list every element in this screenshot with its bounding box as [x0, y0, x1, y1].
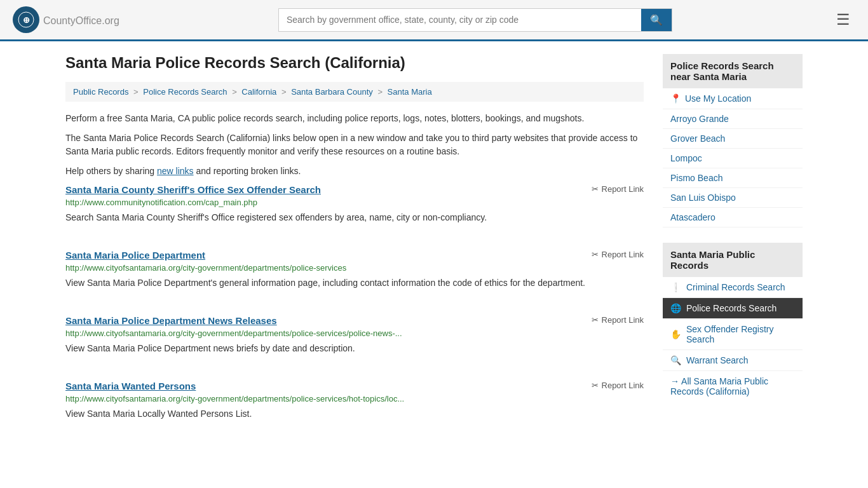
- nearby-link[interactable]: Pismo Beach: [663, 168, 803, 188]
- search-icon: 🔍: [670, 355, 681, 365]
- breadcrumb-public-records[interactable]: Public Records: [73, 87, 128, 97]
- globe-icon: 🌐: [670, 303, 681, 313]
- hand-icon: ✋: [670, 329, 681, 339]
- breadcrumb-santa-maria[interactable]: Santa Maria: [388, 87, 432, 97]
- hamburger-menu[interactable]: ☰: [831, 8, 855, 31]
- nearby-link[interactable]: Lompoc: [663, 149, 803, 168]
- logo[interactable]: ⊕ CountyOffice.org: [13, 6, 119, 33]
- result-item: Santa Maria Police Department ✂ Report L…: [65, 250, 644, 300]
- result-description: View Santa Maria Locally Wanted Persons …: [65, 407, 644, 421]
- result-url[interactable]: http://www.communitynotification.com/cap…: [65, 198, 644, 207]
- result-item: Santa Maria Wanted Persons ✂ Report Link…: [65, 381, 644, 431]
- sidebar-item-sex-offender[interactable]: ✋ Sex Offender Registry Search: [663, 319, 803, 350]
- description-3: Help others by sharing new links and rep…: [65, 165, 644, 178]
- result-item: Santa Maria County Sheriff's Office Sex …: [65, 184, 644, 234]
- breadcrumb-police-records[interactable]: Police Records Search: [143, 87, 227, 97]
- report-link-button[interactable]: ✂ Report Link: [592, 381, 644, 390]
- new-links-link[interactable]: new links: [157, 166, 194, 176]
- result-url[interactable]: http://www.cityofsantamaria.org/city-gov…: [65, 394, 644, 403]
- result-title[interactable]: Santa Maria Wanted Persons: [65, 381, 196, 391]
- scissors-icon: ✂: [592, 250, 599, 259]
- description-2: The Santa Maria Police Records Search (C…: [65, 132, 644, 158]
- breadcrumb-santa-barbara[interactable]: Santa Barbara County: [291, 87, 373, 97]
- public-records-section: Santa Maria Public Records ❕ Criminal Re…: [663, 243, 803, 402]
- all-records-link[interactable]: → All Santa Maria Public Records (Califo…: [663, 371, 803, 402]
- search-input[interactable]: [279, 10, 641, 30]
- result-title[interactable]: Santa Maria Police Department News Relea…: [65, 315, 277, 326]
- svg-text:⊕: ⊕: [23, 15, 30, 25]
- content-area: Santa Maria Police Records Search (Calif…: [65, 54, 644, 446]
- sidebar-item-warrant[interactable]: 🔍 Warrant Search: [663, 350, 803, 371]
- breadcrumb: Public Records > Police Records Search >…: [65, 82, 644, 102]
- result-header: Santa Maria Police Department ✂ Report L…: [65, 250, 644, 261]
- result-description: View Santa Maria Police Department news …: [65, 342, 644, 355]
- site-header: ⊕ CountyOffice.org 🔍 ☰: [0, 0, 868, 41]
- search-bar[interactable]: 🔍: [278, 8, 672, 32]
- report-link-button[interactable]: ✂ Report Link: [592, 315, 644, 325]
- result-header: Santa Maria Police Department News Relea…: [65, 315, 644, 326]
- description-1: Perform a free Santa Maria, CA public po…: [65, 112, 644, 125]
- public-records-title: Santa Maria Public Records: [663, 243, 803, 277]
- result-title[interactable]: Santa Maria County Sheriff's Office Sex …: [65, 184, 321, 195]
- exclamation-icon: ❕: [670, 282, 681, 292]
- result-url[interactable]: http://www.cityofsantamaria.org/city-gov…: [65, 263, 644, 273]
- sidebar: Police Records Search near Santa Maria 📍…: [663, 54, 803, 446]
- main-container: Santa Maria Police Records Search (Calif…: [53, 41, 815, 459]
- location-pin-icon: 📍: [670, 93, 681, 104]
- scissors-icon: ✂: [592, 381, 599, 390]
- nearby-link[interactable]: San Luis Obispo: [663, 188, 803, 208]
- nearby-link[interactable]: Grover Beach: [663, 129, 803, 149]
- page-title: Santa Maria Police Records Search (Calif…: [65, 54, 644, 72]
- scissors-icon: ✂: [592, 315, 599, 325]
- logo-icon: ⊕: [13, 6, 39, 33]
- report-link-button[interactable]: ✂ Report Link: [592, 184, 644, 194]
- search-button[interactable]: 🔍: [641, 9, 672, 31]
- nearby-link[interactable]: Atascadero: [663, 208, 803, 227]
- sidebar-item-criminal[interactable]: ❕ Criminal Records Search: [663, 277, 803, 298]
- result-header: Santa Maria Wanted Persons ✂ Report Link: [65, 381, 644, 391]
- result-description: View Santa Maria Police Department's gen…: [65, 276, 644, 290]
- result-description: Search Santa Maria County Sheriff's Offi…: [65, 211, 644, 224]
- result-header: Santa Maria County Sheriff's Office Sex …: [65, 184, 644, 195]
- report-link-button[interactable]: ✂ Report Link: [592, 250, 644, 259]
- result-title[interactable]: Santa Maria Police Department: [65, 250, 205, 261]
- nearby-section: Police Records Search near Santa Maria 📍…: [663, 54, 803, 227]
- use-location-button[interactable]: 📍 Use My Location: [663, 88, 803, 109]
- breadcrumb-california[interactable]: California: [241, 87, 276, 97]
- nearby-link[interactable]: Arroyo Grande: [663, 109, 803, 129]
- result-url[interactable]: http://www.cityofsantamaria.org/city-gov…: [65, 329, 644, 338]
- logo-text: CountyOffice.org: [43, 13, 119, 27]
- result-item: Santa Maria Police Department News Relea…: [65, 315, 644, 365]
- scissors-icon: ✂: [592, 184, 599, 194]
- nearby-section-title: Police Records Search near Santa Maria: [663, 54, 803, 88]
- sidebar-item-police[interactable]: 🌐 Police Records Search: [663, 298, 803, 319]
